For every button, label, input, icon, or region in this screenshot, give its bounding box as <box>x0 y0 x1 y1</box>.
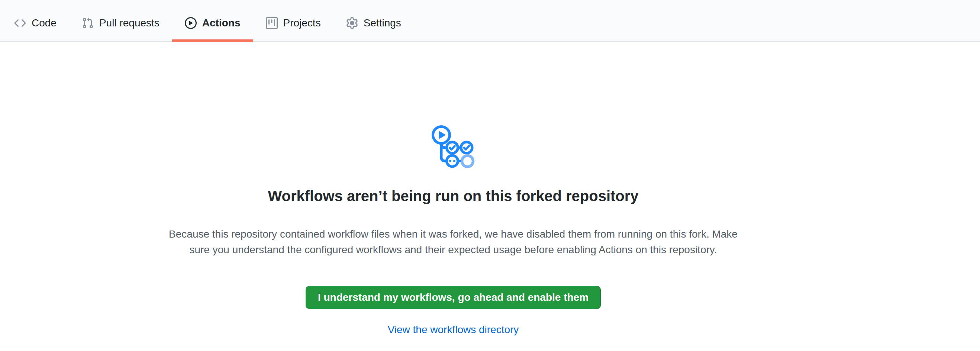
workflow-icon <box>431 125 475 168</box>
blankslate-title: Workflows aren’t being run on this forke… <box>268 187 638 205</box>
git-pull-request-icon <box>82 17 94 29</box>
blankslate-description: Because this repository contained workfl… <box>169 226 738 258</box>
tab-actions-label: Actions <box>202 18 240 28</box>
tab-projects-label: Projects <box>283 18 321 28</box>
actions-blankslate: Workflows aren’t being run on this forke… <box>0 42 907 336</box>
tab-actions[interactable]: Actions <box>172 5 253 41</box>
enable-workflows-button[interactable]: I understand my workflows, go ahead and … <box>305 286 601 309</box>
project-icon <box>266 17 278 29</box>
tab-code-label: Code <box>32 18 57 28</box>
repo-tab-nav: Code Pull requests Actions Projects Sett… <box>0 0 980 42</box>
tab-pull-requests[interactable]: Pull requests <box>69 5 172 41</box>
tab-code[interactable]: Code <box>2 5 69 41</box>
description-line-1: Because this repository contained workfl… <box>169 228 738 240</box>
play-icon <box>185 17 197 29</box>
code-icon <box>14 17 26 29</box>
view-workflows-directory-link[interactable]: View the workflows directory <box>388 324 519 336</box>
tab-settings-label: Settings <box>364 18 401 28</box>
description-line-2: sure you understand the configured workf… <box>189 244 717 256</box>
gear-icon <box>346 17 358 29</box>
tab-settings[interactable]: Settings <box>334 5 414 41</box>
tab-projects[interactable]: Projects <box>253 5 334 41</box>
tab-pull-requests-label: Pull requests <box>99 18 159 28</box>
